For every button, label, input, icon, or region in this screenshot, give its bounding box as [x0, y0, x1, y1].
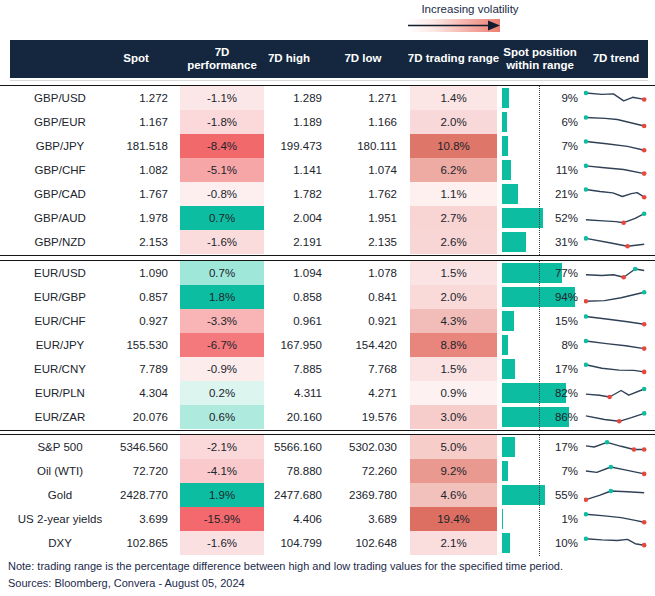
sparkline-7d-trend	[584, 483, 648, 507]
trend-low-dot	[642, 370, 647, 375]
asset-label: Oil (WTI)	[10, 459, 110, 483]
section-0: GBP/USD1.272-1.1%1.2891.2711.4%9%GBP/EUR…	[0, 85, 655, 256]
trend-high-dot	[584, 536, 588, 541]
table-row: US 2-year yields3.699-15.9%4.4063.68919.…	[0, 507, 655, 531]
table-row: EUR/CHF0.927-3.3%0.9610.9214.3%15%	[0, 309, 655, 333]
column-header-spot: Spot	[104, 40, 168, 78]
asset-label: EUR/CNY	[10, 357, 110, 381]
spot-position-value: 82%	[536, 381, 578, 405]
spot-position-value: 6%	[536, 110, 578, 134]
table-row: EUR/GBP0.8571.8%0.8580.8412.0%94%	[0, 285, 655, 309]
trading-range-heatmap-cell: 8.8%	[410, 333, 497, 357]
trading-range-heatmap-cell: 5.0%	[410, 435, 497, 459]
sources-text: Sources: Bloomberg, Convera - August 05,…	[8, 577, 653, 589]
table-row: GBP/JPY181.518-8.4%199.473180.11110.8%7%	[0, 134, 655, 158]
performance-heatmap-cell: -8.4%	[180, 134, 264, 158]
spot-value: 1.272	[104, 86, 168, 110]
trading-range-heatmap-cell: 2.6%	[410, 230, 497, 254]
range-midpoint-dotted-line	[539, 435, 540, 556]
asset-label: GBP/AUD	[10, 206, 110, 230]
trend-low-dot	[642, 520, 647, 525]
trading-range-heatmap-cell: 4.3%	[410, 309, 497, 333]
high-value: 199.473	[256, 134, 322, 158]
sparkline-7d-trend	[584, 507, 648, 531]
range-midpoint-dotted-line	[539, 261, 540, 430]
spot-value: 1.167	[104, 110, 168, 134]
performance-heatmap-cell: -0.8%	[180, 182, 264, 206]
note-text: Note: trading range is the percentage di…	[8, 560, 653, 572]
trading-range-heatmap-cell: 1.5%	[410, 357, 497, 381]
high-value: 0.961	[256, 309, 322, 333]
high-value: 5566.160	[256, 435, 322, 459]
spot-position-value: 15%	[536, 309, 578, 333]
table-row: GBP/NZD2.153-1.6%2.1912.1352.6%31%	[0, 230, 655, 254]
trend-high-dot	[584, 115, 588, 120]
trend-low-dot	[642, 346, 647, 351]
trading-range-heatmap-cell: 0.9%	[410, 381, 497, 405]
table-row: EUR/PLN4.3040.2%4.3114.2710.9%82%	[0, 381, 655, 405]
spot-value: 1.978	[104, 206, 168, 230]
asset-label: GBP/JPY	[10, 134, 110, 158]
sparkline-7d-trend	[584, 285, 648, 309]
asset-label: GBP/NZD	[10, 230, 110, 254]
asset-label: DXY	[10, 531, 110, 555]
trend-low-dot	[632, 447, 637, 452]
asset-label: US 2-year yields	[10, 507, 110, 531]
performance-heatmap-cell: -1.6%	[180, 230, 264, 254]
spot-value: 1.082	[104, 158, 168, 182]
spot-value: 5346.560	[104, 435, 168, 459]
trading-range-heatmap-cell: 1.1%	[410, 182, 497, 206]
spot-position-value: 94%	[536, 285, 578, 309]
spot-position-bar	[502, 184, 518, 204]
spot-position-bar	[502, 461, 508, 481]
low-value: 3.689	[329, 507, 397, 531]
sparkline-7d-trend	[584, 357, 648, 381]
trend-low-dot	[625, 244, 630, 249]
trend-high-dot	[633, 267, 638, 272]
asset-label: EUR/GBP	[10, 285, 110, 309]
asset-label: EUR/ZAR	[10, 405, 110, 429]
table-row: GBP/CHF1.082-5.1%1.1411.0746.2%11%	[0, 158, 655, 182]
trend-high-dot	[584, 236, 588, 241]
performance-heatmap-cell: -5.1%	[180, 158, 264, 182]
table-header: Spot 7D performance 7D high 7D low 7D tr…	[10, 40, 648, 78]
performance-heatmap-cell: 0.2%	[180, 381, 264, 405]
spot-value: 4.304	[104, 381, 168, 405]
spot-position-bar	[502, 112, 507, 132]
table-row: EUR/CNY7.789-0.9%7.8857.7681.5%17%	[0, 357, 655, 381]
trend-low-dot	[642, 322, 647, 327]
trend-low-dot	[621, 220, 626, 225]
high-value: 104.799	[256, 531, 322, 555]
section-1: EUR/USD1.0900.7%1.0941.0781.5%77%EUR/GBP…	[0, 260, 655, 431]
sparkline-7d-trend	[584, 86, 648, 110]
table-row: Gold2428.7701.9%2477.6802369.7804.6%55%	[0, 483, 655, 507]
sparkline-7d-trend	[584, 405, 648, 429]
trend-high-dot	[584, 512, 588, 517]
low-value: 19.576	[329, 405, 397, 429]
column-header-spot-position: Spot position within range	[496, 40, 584, 78]
high-value: 4.406	[256, 507, 322, 531]
performance-heatmap-cell: -15.9%	[180, 507, 264, 531]
table-row: Oil (WTI)72.720-4.1%78.88072.2609.2%7%	[0, 459, 655, 483]
asset-label: EUR/USD	[10, 261, 110, 285]
table-row: GBP/USD1.272-1.1%1.2891.2711.4%9%	[0, 86, 655, 110]
header-divider-line	[10, 80, 648, 81]
spot-position-value: 7%	[536, 134, 578, 158]
sparkline-7d-trend	[584, 110, 648, 134]
high-value: 0.858	[256, 285, 322, 309]
trend-high-dot	[584, 164, 588, 169]
performance-heatmap-cell: 1.8%	[180, 285, 264, 309]
performance-heatmap-cell: -6.7%	[180, 333, 264, 357]
sparkline-7d-trend	[584, 531, 648, 555]
low-value: 0.921	[329, 309, 397, 333]
asset-label: EUR/CHF	[10, 309, 110, 333]
trading-range-heatmap-cell: 19.4%	[410, 507, 497, 531]
low-value: 4.271	[329, 381, 397, 405]
column-header-7d-trading-range: 7D trading range	[404, 40, 503, 78]
spot-value: 2.153	[104, 230, 168, 254]
trend-high-dot	[609, 489, 614, 494]
trend-high-dot	[642, 387, 647, 392]
spot-position-bar	[502, 311, 514, 331]
trend-low-dot	[642, 124, 647, 129]
spot-position-value: 86%	[536, 405, 578, 429]
